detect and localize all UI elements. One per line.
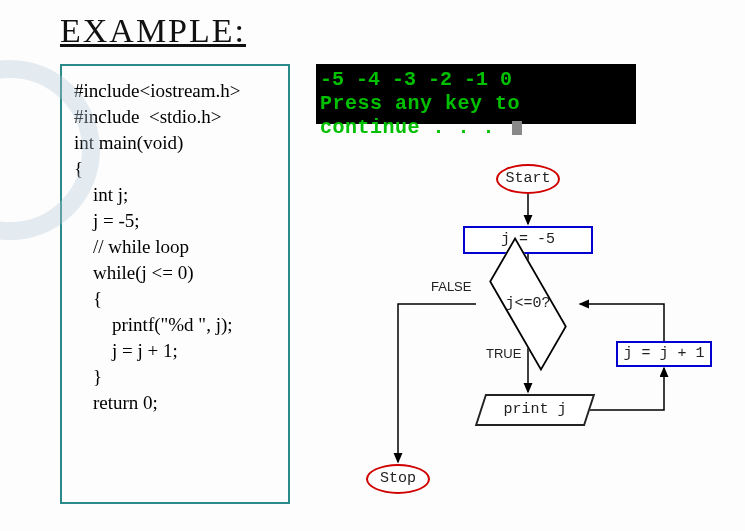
flow-print: print j	[480, 394, 590, 426]
flow-false-label: FALSE	[431, 279, 471, 294]
slide-title: EXAMPLE:	[60, 12, 685, 50]
flow-true-label: TRUE	[486, 346, 521, 361]
code-line: return 0;	[74, 392, 276, 414]
code-line: }	[74, 366, 276, 388]
flow-print-label: print j	[480, 394, 590, 426]
code-line: while(j <= 0)	[74, 262, 276, 284]
flow-stop: Stop	[366, 464, 430, 494]
code-line: j = j + 1;	[74, 340, 276, 362]
code-line: {	[74, 288, 276, 310]
flow-decision: j<=0?	[478, 279, 578, 329]
console-output: -5 -4 -3 -2 -1 0 Press any key to contin…	[316, 64, 636, 124]
cursor-icon	[512, 121, 522, 135]
code-listing: #include<iostream.h> #include <stdio.h> …	[60, 64, 290, 504]
code-line: printf("%d ", j);	[74, 314, 276, 336]
flow-decision-label: j<=0?	[478, 279, 578, 329]
flow-start: Start	[496, 164, 560, 194]
flow-increment: j = j + 1	[616, 341, 712, 367]
code-line: #include<iostream.h>	[74, 80, 276, 102]
console-line: Press any key to continue . . .	[320, 92, 632, 140]
code-line: int j;	[74, 184, 276, 206]
code-line: int main(void)	[74, 132, 276, 154]
flow-init: j = -5	[463, 226, 593, 254]
code-line: #include <stdio.h>	[74, 106, 276, 128]
console-line: -5 -4 -3 -2 -1 0	[320, 68, 632, 92]
code-line: // while loop	[74, 236, 276, 258]
slide-content: EXAMPLE: #include<iostream.h> #include <…	[0, 0, 745, 504]
code-line: {	[74, 158, 276, 180]
flowchart: Start j = -5 j<=0? FALSE TRUE j = j + 1 …	[346, 164, 686, 524]
code-line: j = -5;	[74, 210, 276, 232]
